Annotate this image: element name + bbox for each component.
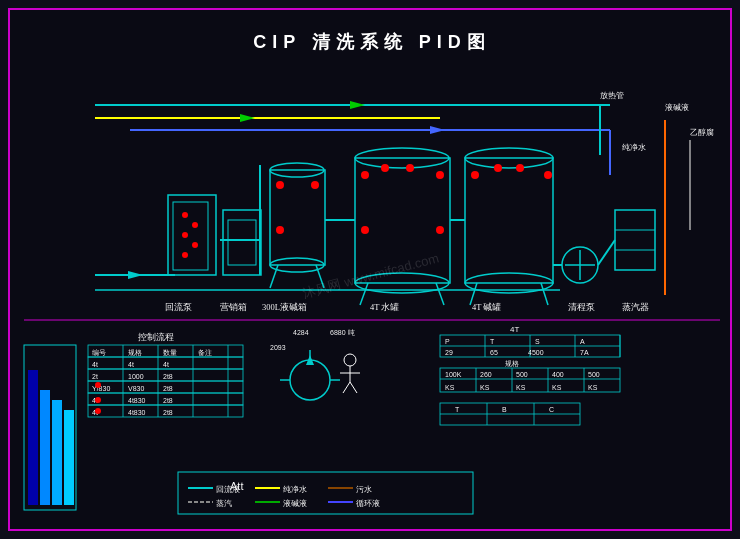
svg-rect-78 bbox=[52, 400, 62, 505]
svg-text:29: 29 bbox=[445, 349, 453, 356]
svg-text:KS: KS bbox=[480, 384, 490, 391]
svg-text:V830: V830 bbox=[128, 385, 144, 392]
svg-text:规格: 规格 bbox=[505, 360, 519, 367]
svg-text:65: 65 bbox=[490, 349, 498, 356]
svg-line-35 bbox=[360, 283, 368, 305]
svg-text:2t8: 2t8 bbox=[163, 385, 173, 392]
svg-text:污水: 污水 bbox=[356, 485, 372, 494]
svg-point-113 bbox=[95, 408, 101, 414]
svg-point-38 bbox=[381, 164, 389, 172]
svg-text:回流液: 回流液 bbox=[216, 485, 240, 494]
svg-text:S: S bbox=[535, 338, 540, 345]
svg-point-18 bbox=[192, 242, 198, 248]
svg-text:4t: 4t bbox=[128, 361, 134, 368]
svg-point-112 bbox=[95, 397, 101, 403]
svg-point-132 bbox=[290, 360, 330, 400]
svg-point-48 bbox=[471, 171, 479, 179]
svg-text:纯净水: 纯净水 bbox=[622, 143, 646, 152]
svg-rect-79 bbox=[64, 410, 74, 505]
svg-text:数量: 数量 bbox=[163, 349, 177, 356]
svg-text:KS: KS bbox=[445, 384, 455, 391]
svg-point-15 bbox=[182, 212, 188, 218]
svg-text:T: T bbox=[490, 338, 495, 345]
svg-text:KS: KS bbox=[516, 384, 526, 391]
drawing-area: CIP 清洗系统 PID图 bbox=[8, 8, 732, 531]
svg-text:Y/830: Y/830 bbox=[92, 385, 110, 392]
svg-marker-2 bbox=[350, 101, 365, 109]
svg-rect-13 bbox=[168, 195, 216, 275]
svg-text:控制流程: 控制流程 bbox=[138, 332, 174, 342]
svg-text:500: 500 bbox=[588, 371, 600, 378]
diagram-svg: CIP 清洗系统 PID图 bbox=[10, 10, 734, 533]
svg-point-50 bbox=[516, 164, 524, 172]
svg-text:4T 碱罐: 4T 碱罐 bbox=[472, 302, 501, 312]
svg-text:400: 400 bbox=[552, 371, 564, 378]
svg-text:2t: 2t bbox=[92, 373, 98, 380]
svg-text:沐风网 www.mifcad.com: 沐风网 www.mifcad.com bbox=[301, 250, 440, 301]
svg-text:4T 水罐: 4T 水罐 bbox=[370, 302, 399, 312]
svg-line-47 bbox=[541, 283, 548, 305]
svg-point-49 bbox=[494, 164, 502, 172]
svg-text:纯净水: 纯净水 bbox=[283, 485, 307, 494]
svg-text:4t830: 4t830 bbox=[128, 397, 146, 404]
svg-text:7A: 7A bbox=[580, 349, 589, 356]
svg-text:备注: 备注 bbox=[198, 349, 212, 356]
svg-text:放热管: 放热管 bbox=[600, 91, 624, 100]
svg-line-61 bbox=[598, 240, 615, 265]
svg-point-111 bbox=[95, 382, 101, 388]
svg-text:A: A bbox=[580, 338, 585, 345]
svg-marker-6 bbox=[430, 126, 445, 134]
svg-text:4284: 4284 bbox=[293, 329, 309, 336]
svg-text:100K: 100K bbox=[445, 371, 462, 378]
svg-point-16 bbox=[192, 222, 198, 228]
svg-text:4t830: 4t830 bbox=[128, 409, 146, 416]
svg-text:液碱液: 液碱液 bbox=[665, 103, 689, 112]
svg-point-31 bbox=[276, 226, 284, 234]
svg-point-29 bbox=[276, 181, 284, 189]
svg-rect-77 bbox=[40, 390, 50, 505]
svg-point-17 bbox=[182, 232, 188, 238]
svg-point-51 bbox=[544, 171, 552, 179]
svg-text:2t8: 2t8 bbox=[163, 409, 173, 416]
svg-point-19 bbox=[182, 252, 188, 258]
svg-text:C: C bbox=[549, 406, 554, 413]
svg-text:蒸汽: 蒸汽 bbox=[216, 499, 232, 508]
svg-point-137 bbox=[344, 354, 356, 366]
svg-marker-12 bbox=[128, 271, 143, 279]
svg-rect-55 bbox=[615, 210, 655, 270]
svg-point-30 bbox=[311, 181, 319, 189]
svg-text:规格: 规格 bbox=[128, 349, 142, 356]
svg-text:蒸汽器: 蒸汽器 bbox=[622, 302, 649, 312]
svg-text:回流泵: 回流泵 bbox=[165, 302, 192, 312]
svg-text:1000: 1000 bbox=[128, 373, 144, 380]
svg-point-41 bbox=[361, 226, 369, 234]
svg-text:260: 260 bbox=[480, 371, 492, 378]
svg-rect-14 bbox=[173, 202, 208, 270]
svg-text:KS: KS bbox=[552, 384, 562, 391]
svg-text:500: 500 bbox=[516, 371, 528, 378]
svg-rect-21 bbox=[228, 220, 256, 265]
svg-text:营销箱: 营销箱 bbox=[220, 302, 247, 312]
main-container: CIP 清洗系统 PID图 bbox=[0, 0, 740, 539]
svg-text:B: B bbox=[502, 406, 507, 413]
svg-text:乙醇腐: 乙醇腐 bbox=[690, 128, 714, 137]
svg-text:300L液碱箱: 300L液碱箱 bbox=[262, 302, 307, 312]
svg-text:4500: 4500 bbox=[528, 349, 544, 356]
svg-line-141 bbox=[350, 382, 357, 393]
svg-rect-76 bbox=[28, 370, 38, 505]
svg-text:4T: 4T bbox=[510, 325, 519, 334]
svg-point-40 bbox=[436, 171, 444, 179]
svg-marker-4 bbox=[240, 114, 255, 122]
svg-text:2093: 2093 bbox=[270, 344, 286, 351]
svg-text:液碱液: 液碱液 bbox=[283, 499, 307, 508]
svg-text:6880 吨: 6880 吨 bbox=[330, 329, 355, 336]
svg-text:循环液: 循环液 bbox=[356, 499, 380, 508]
svg-text:P: P bbox=[445, 338, 450, 345]
svg-text:编号: 编号 bbox=[92, 349, 106, 356]
svg-text:CIP 清洗系统 PID图: CIP 清洗系统 PID图 bbox=[253, 32, 491, 52]
svg-line-36 bbox=[436, 283, 444, 305]
svg-text:T: T bbox=[455, 406, 460, 413]
svg-point-39 bbox=[406, 164, 414, 172]
svg-line-140 bbox=[343, 382, 350, 393]
svg-text:2t8: 2t8 bbox=[163, 397, 173, 404]
